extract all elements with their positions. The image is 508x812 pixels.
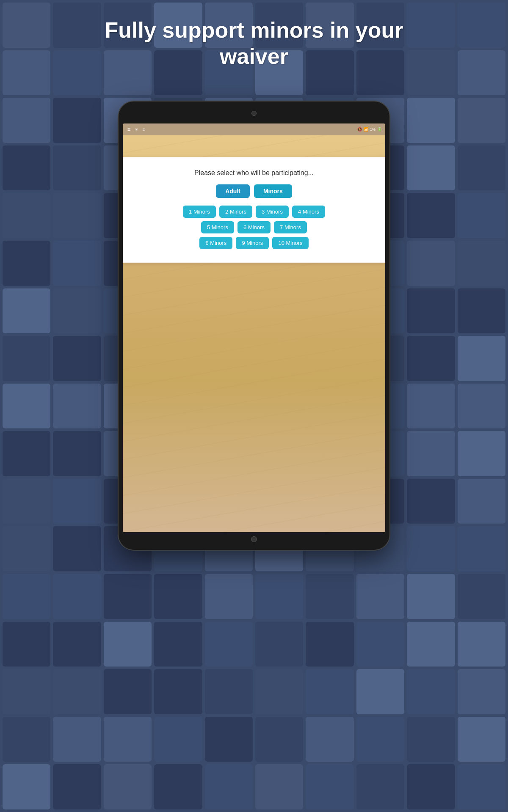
email-icon: ✉: [134, 127, 139, 132]
minor-count-4[interactable]: 4 Minors: [292, 206, 325, 218]
mosaic-tile: [458, 669, 505, 714]
mosaic-tile: [53, 622, 101, 667]
mosaic-tile: [53, 669, 101, 714]
status-left-icons: ☰ ✉ ⊡: [126, 127, 146, 132]
minor-count-10[interactable]: 10 Minors: [272, 237, 308, 249]
mosaic-tile: [205, 622, 253, 667]
mosaic-tile: [154, 574, 202, 619]
mosaic-tile: [3, 193, 50, 238]
mosaic-tile: [458, 145, 505, 191]
mosaic-tile: [306, 717, 353, 762]
minor-count-6[interactable]: 6 Minors: [237, 221, 271, 233]
mosaic-tile: [154, 764, 202, 809]
mosaic-tile: [154, 622, 202, 667]
mosaic-tile: [407, 431, 455, 476]
mosaic-tile: [458, 574, 505, 619]
mosaic-tile: [53, 193, 101, 238]
mosaic-tile: [53, 384, 101, 429]
mosaic-tile: [154, 669, 202, 714]
mosaic-tile: [53, 288, 101, 334]
heading-line1: Fully support minors in your: [105, 18, 403, 42]
mosaic-tile: [458, 98, 505, 143]
mosaic-tile: [205, 717, 253, 762]
mosaic-tile: [53, 241, 101, 286]
mosaic-tile: [3, 98, 50, 143]
tablet-home-button[interactable]: [251, 536, 257, 542]
mosaic-tile: [407, 574, 455, 619]
mosaic-tile: [458, 336, 505, 381]
cast-icon: ⊡: [141, 127, 146, 132]
mosaic-tile: [458, 288, 505, 334]
mosaic-tile: [306, 622, 353, 667]
mosaic-tile: [356, 574, 404, 619]
mosaic-tile: [407, 98, 455, 143]
mosaic-tile: [104, 574, 152, 619]
mosaic-tile: [407, 193, 455, 238]
mosaic-tile: [205, 764, 253, 809]
minor-count-9[interactable]: 9 Minors: [236, 237, 269, 249]
mosaic-tile: [53, 336, 101, 381]
mosaic-tile: [104, 622, 152, 667]
mosaic-tile: [3, 288, 50, 334]
mosaic-tile: [3, 764, 50, 809]
mosaic-tile: [407, 241, 455, 286]
minor-count-8[interactable]: 8 Minors: [199, 237, 232, 249]
mosaic-tile: [407, 288, 455, 334]
minors-row-3: 8 Minors 9 Minors 10 Minors: [199, 237, 308, 249]
mosaic-tile: [306, 764, 353, 809]
mosaic-tile: [407, 336, 455, 381]
minor-count-5[interactable]: 5 Minors: [201, 221, 234, 233]
mute-icon: 🔕: [357, 127, 362, 132]
selection-title: Please select who will be participating.…: [131, 169, 377, 177]
mosaic-tile: [356, 669, 404, 714]
mosaic-tile: [3, 526, 50, 571]
mosaic-tile: [407, 145, 455, 191]
status-right-info: 🔕 📶 1% 🔋: [357, 127, 382, 132]
mosaic-tile: [255, 717, 303, 762]
mosaic-tile: [407, 622, 455, 667]
mosaic-tile: [407, 764, 455, 809]
mosaic-tile: [154, 717, 202, 762]
mosaic-tile: [53, 574, 101, 619]
participant-toggle-row: Adult Minors: [131, 184, 377, 198]
battery-icon: 🔋: [377, 127, 382, 132]
mosaic-tile: [306, 574, 353, 619]
notification-icon: ☰: [126, 127, 131, 132]
mosaic-tile: [255, 669, 303, 714]
mosaic-tile: [53, 526, 101, 571]
mosaic-tile: [53, 431, 101, 476]
mosaic-tile: [3, 145, 50, 191]
mosaic-tile: [458, 622, 505, 667]
mosaic-tile: [458, 764, 505, 809]
mosaic-tile: [356, 764, 404, 809]
page-heading: Fully support minors in your waiver: [0, 17, 508, 70]
minor-count-2[interactable]: 2 Minors: [219, 206, 252, 218]
mosaic-tile: [356, 717, 404, 762]
mosaic-tile: [458, 193, 505, 238]
mosaic-tile: [53, 145, 101, 191]
mosaic-tile: [3, 479, 50, 524]
mosaic-tile: [53, 98, 101, 143]
mosaic-tile: [356, 622, 404, 667]
minor-count-7[interactable]: 7 Minors: [274, 221, 307, 233]
status-bar: ☰ ✉ ⊡ 🔕 📶 1% 🔋: [123, 123, 385, 135]
mosaic-tile: [407, 669, 455, 714]
mosaic-tile: [407, 526, 455, 571]
mosaic-tile: [3, 336, 50, 381]
mosaic-tile: [3, 431, 50, 476]
mosaic-tile: [53, 764, 101, 809]
mosaic-tile: [407, 384, 455, 429]
minor-count-3[interactable]: 3 Minors: [256, 206, 289, 218]
minor-count-1[interactable]: 1 Minors: [183, 206, 216, 218]
selection-card: Please select who will be participating.…: [123, 157, 385, 263]
mosaic-tile: [255, 764, 303, 809]
tablet-camera: [251, 111, 257, 116]
mosaic-tile: [458, 717, 505, 762]
minors-row-2: 5 Minors 6 Minors 7 Minors: [201, 221, 307, 233]
mosaic-tile: [255, 622, 303, 667]
adult-button[interactable]: Adult: [216, 184, 250, 198]
mosaic-tile: [458, 241, 505, 286]
mosaic-tile: [3, 717, 50, 762]
minors-button[interactable]: Minors: [254, 184, 292, 198]
mosaic-tile: [3, 669, 50, 714]
